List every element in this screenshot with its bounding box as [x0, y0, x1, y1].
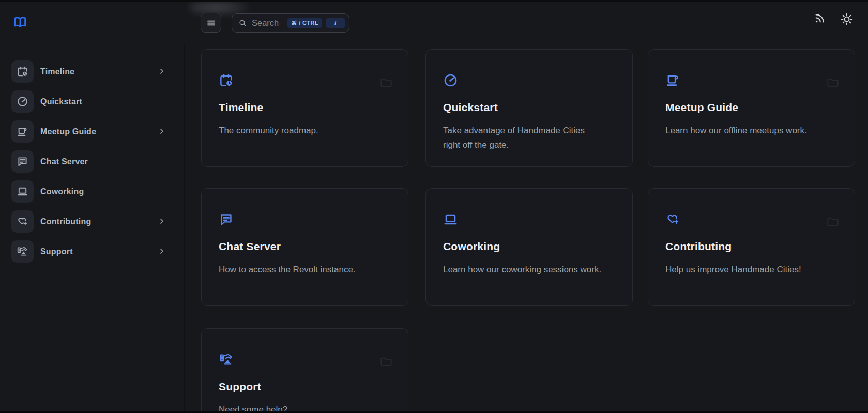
card-description: Learn how our coworking sessions work.: [443, 263, 603, 277]
hamburger-menu-button[interactable]: [201, 13, 221, 33]
sidebar-item-contributing[interactable]: Contributing: [11, 210, 173, 233]
chat-bubble-icon: [219, 212, 234, 227]
hamburger-icon: [206, 18, 217, 28]
sidebar-item-coworking[interactable]: Coworking: [11, 180, 173, 203]
chat-bubble-icon: [11, 150, 34, 173]
search-input[interactable]: Search ⌘ / CTRL /: [232, 13, 349, 33]
heart-plus-icon: [11, 210, 34, 233]
sidebar-item-label: Timeline: [40, 67, 74, 77]
card-chat-server[interactable]: Chat Server How to access the Revolt ins…: [201, 188, 408, 306]
card-coworking[interactable]: Coworking Learn how our coworking sessio…: [425, 188, 633, 306]
laptop-icon: [443, 212, 458, 227]
chevron-right-icon[interactable]: [158, 128, 165, 135]
gauge-icon: [11, 90, 34, 113]
sidebar-navigation: Timeline Quickstart: [0, 45, 185, 413]
gauge-icon: [443, 73, 458, 88]
heart-plus-icon: [665, 212, 680, 227]
sidebar-item-timeline[interactable]: Timeline: [11, 60, 173, 83]
card-title: Coworking: [443, 240, 500, 253]
coffee-cup-icon: [11, 120, 34, 143]
card-description: Help us improve Handmade Cities!: [665, 263, 826, 277]
shortcut-badge-slash: /: [326, 18, 345, 28]
card-contributing[interactable]: Contributing Help us improve Handmade Ci…: [648, 188, 855, 306]
card-title: Quickstart: [443, 101, 498, 114]
helping-hand-icon: [219, 352, 234, 367]
site-header: Search ⌘ / CTRL /: [0, 0, 868, 44]
sidebar-item-label: Quickstart: [40, 97, 82, 106]
sidebar-item-meetup-guide[interactable]: Meetup Guide: [11, 120, 173, 143]
folder-icon: [826, 76, 839, 89]
card-description: The community roadmap.: [219, 124, 379, 138]
search-icon: [238, 19, 248, 28]
chevron-right-icon[interactable]: [158, 248, 165, 255]
sidebar-item-chat-server[interactable]: Chat Server: [11, 150, 173, 173]
card-title: Meetup Guide: [665, 101, 738, 114]
docs-app-window: Search ⌘ / CTRL /: [0, 0, 868, 413]
search-placeholder: Search: [252, 18, 283, 28]
card-support[interactable]: Support Need some help?: [201, 328, 408, 413]
rss-feed-icon[interactable]: [814, 12, 827, 25]
chevron-right-icon[interactable]: [158, 218, 165, 225]
card-title: Chat Server: [219, 240, 281, 253]
window-bottom-edge: [0, 411, 868, 413]
sidebar-item-quickstart[interactable]: Quickstart: [11, 90, 173, 113]
card-title: Support: [219, 380, 261, 393]
redacted-site-title-blur: [189, 1, 255, 14]
folder-icon: [826, 215, 839, 228]
card-meetup-guide[interactable]: Meetup Guide Learn how our offline meetu…: [648, 49, 855, 167]
helping-hand-icon: [11, 240, 34, 263]
sun-theme-toggle-icon[interactable]: [840, 12, 853, 25]
laptop-icon: [11, 180, 34, 203]
coffee-cup-icon: [665, 73, 680, 88]
sidebar-item-label: Contributing: [40, 217, 91, 226]
calendar-clock-icon: [219, 73, 234, 88]
card-timeline[interactable]: Timeline The community roadmap.: [201, 49, 408, 167]
chevron-right-icon[interactable]: [158, 68, 165, 75]
shortcut-badge-cmd-ctrl: ⌘ / CTRL: [287, 18, 322, 28]
open-book-logo-icon[interactable]: [12, 16, 28, 29]
sidebar-item-label: Support: [40, 247, 73, 256]
card-description: How to access the Revolt instance.: [219, 263, 379, 277]
header-actions: [814, 12, 853, 25]
card-title: Contributing: [665, 240, 732, 253]
sidebar-item-label: Chat Server: [40, 157, 88, 166]
card-title: Timeline: [219, 101, 263, 114]
sidebar-item-label: Meetup Guide: [40, 127, 96, 136]
card-description: Take advantage of Handmade Cities right …: [443, 124, 603, 152]
sidebar-item-support[interactable]: Support: [11, 240, 173, 263]
folder-icon: [379, 76, 392, 89]
card-description: Learn how our offline meetups work.: [665, 124, 826, 138]
window-top-edge: [0, 0, 868, 2]
card-quickstart[interactable]: Quickstart Take advantage of Handmade Ci…: [425, 49, 633, 167]
calendar-clock-icon: [11, 60, 34, 83]
sidebar-item-label: Coworking: [40, 187, 84, 196]
folder-icon: [379, 355, 392, 368]
